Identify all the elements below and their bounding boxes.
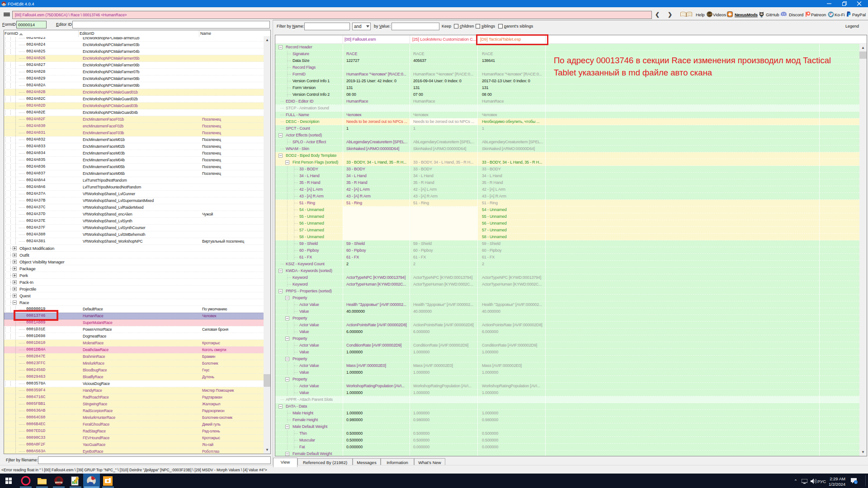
svg-text:CLAN: CLAN (57, 482, 61, 484)
svg-text:GP: GP (708, 13, 712, 16)
